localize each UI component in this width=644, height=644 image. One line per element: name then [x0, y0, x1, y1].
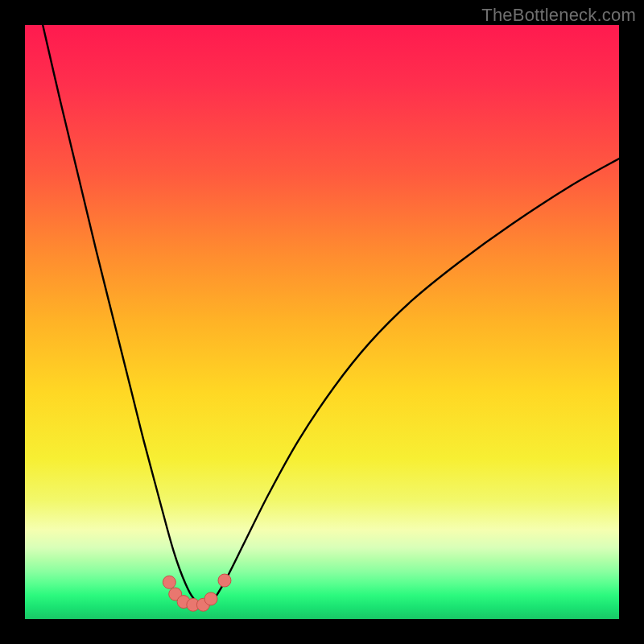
bottleneck-curve-path [43, 25, 619, 605]
watermark-text: TheBottleneck.com [481, 5, 636, 26]
curve-marker [218, 574, 231, 587]
curve-marker [204, 592, 217, 605]
bottleneck-curve-svg [25, 25, 619, 619]
curve-marker [163, 576, 175, 588]
plot-area [25, 25, 619, 619]
curve-markers [163, 574, 231, 611]
